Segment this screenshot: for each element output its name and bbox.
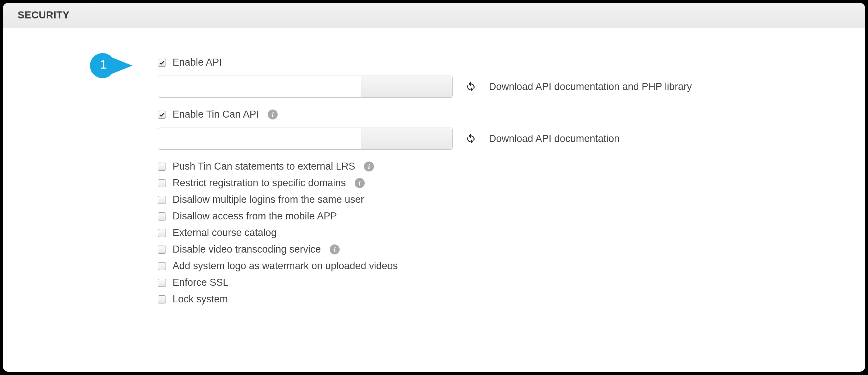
refresh-icon[interactable] — [465, 81, 476, 92]
disallow-mobile-checkbox[interactable] — [158, 212, 166, 221]
panel-title: SECURITY — [18, 10, 850, 21]
enable-api-row: Enable API — [158, 57, 865, 68]
watermark-label: Add system logo as watermark on uploaded… — [173, 260, 398, 272]
enable-tincan-label: Enable Tin Can API — [173, 109, 259, 120]
watermark-row: Add system logo as watermark on uploaded… — [158, 260, 865, 272]
api-key-input-group — [158, 76, 453, 98]
step-callout-1: 1 — [90, 53, 132, 78]
enforce-ssl-row: Enforce SSL — [158, 277, 865, 288]
push-lrs-label: Push Tin Can statements to external LRS — [173, 161, 355, 172]
api-key-input[interactable] — [158, 76, 361, 97]
api-download-link[interactable]: Download API documentation and PHP libra… — [489, 81, 692, 93]
external-catalog-row: External course catalog — [158, 227, 865, 239]
refresh-icon[interactable] — [465, 133, 476, 144]
push-lrs-row: Push Tin Can statements to external LRS … — [158, 161, 865, 172]
enable-tincan-row: Enable Tin Can API i — [158, 109, 865, 120]
restrict-domains-row: Restrict registration to specific domain… — [158, 177, 865, 189]
enable-api-label: Enable API — [173, 57, 222, 68]
disallow-multiple-logins-row: Disallow multiple logins from the same u… — [158, 194, 865, 205]
lock-system-checkbox[interactable] — [158, 295, 166, 303]
info-icon[interactable]: i — [355, 178, 365, 188]
disallow-mobile-label: Disallow access from the mobile APP — [173, 211, 337, 222]
lock-system-label: Lock system — [173, 294, 228, 305]
enable-api-checkbox[interactable] — [158, 59, 166, 67]
disable-transcoding-label: Disable video transcoding service — [173, 244, 321, 255]
lock-system-row: Lock system — [158, 294, 865, 305]
tincan-key-row: Download API documentation — [158, 128, 865, 150]
api-key-generate-button[interactable] — [361, 76, 452, 97]
enable-tincan-checkbox[interactable] — [158, 111, 166, 119]
tincan-download-link[interactable]: Download API documentation — [489, 133, 619, 145]
info-icon[interactable]: i — [268, 110, 278, 119]
disable-transcoding-checkbox[interactable] — [158, 246, 166, 254]
push-lrs-checkbox[interactable] — [158, 163, 166, 171]
disable-transcoding-row: Disable video transcoding service i — [158, 244, 865, 255]
info-icon[interactable]: i — [330, 244, 340, 254]
external-catalog-label: External course catalog — [173, 227, 277, 239]
info-icon[interactable]: i — [364, 162, 374, 171]
tincan-key-input-group — [158, 128, 453, 150]
disallow-multiple-logins-checkbox[interactable] — [158, 196, 166, 204]
enforce-ssl-checkbox[interactable] — [158, 279, 166, 287]
disallow-multiple-logins-label: Disallow multiple logins from the same u… — [173, 194, 364, 205]
restrict-domains-label: Restrict registration to specific domain… — [173, 177, 346, 189]
restrict-domains-checkbox[interactable] — [158, 179, 166, 187]
disallow-mobile-row: Disallow access from the mobile APP — [158, 211, 865, 222]
enforce-ssl-label: Enforce SSL — [173, 277, 229, 288]
external-catalog-checkbox[interactable] — [158, 229, 166, 237]
tincan-key-input[interactable] — [158, 128, 361, 149]
api-key-row: Download API documentation and PHP libra… — [158, 76, 865, 98]
panel-header: SECURITY — [3, 3, 865, 28]
watermark-checkbox[interactable] — [158, 262, 166, 270]
security-panel: SECURITY 1 Enable API — [3, 3, 865, 372]
step-number: 1 — [100, 57, 107, 72]
tincan-key-generate-button[interactable] — [361, 128, 452, 149]
